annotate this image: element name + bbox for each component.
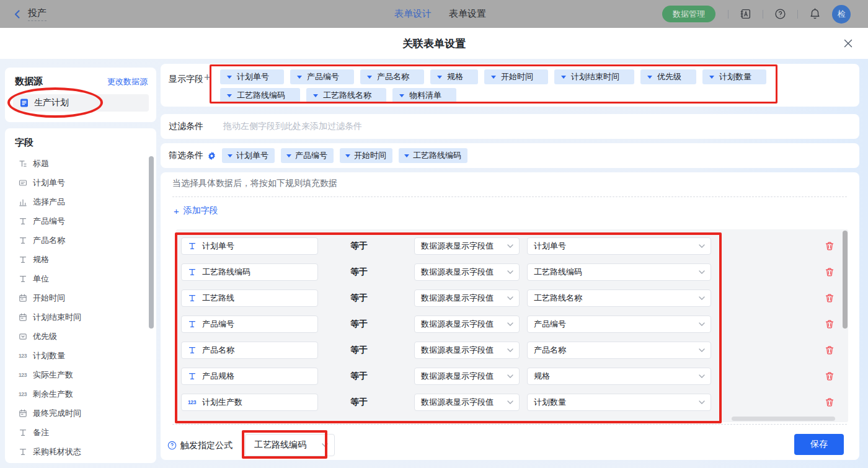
add-display-field-button[interactable]: + [204,71,211,84]
rule-value-select[interactable]: 产品编号 [527,316,711,333]
chevron-down-icon [313,94,318,100]
chevron-down-icon [507,296,513,300]
field-type-icon: 123 [19,409,27,418]
translate-icon[interactable] [740,8,751,20]
field-list-item[interactable]: 123 优先级 [5,327,156,346]
close-icon[interactable] [843,38,853,48]
field-list-item[interactable]: 123 计划数量 [5,346,156,365]
rule-value-select[interactable]: 工艺路线名称 [527,289,711,307]
tab-form-settings[interactable]: 表单设置 [449,8,486,20]
trash-icon[interactable] [825,267,835,277]
rule-operator: 等于 [350,263,368,281]
rule-field-name: 计划生产数 [202,397,242,408]
display-field-chip[interactable]: 工艺路线编码 [220,88,300,103]
field-list-item[interactable]: 123 单位 [5,269,156,288]
chevron-down-icon [491,76,496,81]
field-type-icon: 123 [188,268,197,276]
display-field-chip[interactable]: 计划数量 [702,69,766,84]
rule-source-select[interactable]: 数据源表显示字段值 [414,289,520,307]
field-list-item[interactable]: 123 最终完成时间 [5,404,156,423]
field-list-item[interactable]: 123 计划结束时间 [5,307,156,327]
rule-operator: 等于 [350,342,368,359]
rule-field-box[interactable]: 123 产品名称 [181,342,318,359]
display-fields-panel: 显示字段 + 计划单号产品编号产品名称规格开始时间计划结束时间优先级计划数量 工… [161,64,859,107]
rule-source-select[interactable]: 数据源表显示字段值 [414,394,520,411]
rule-source-select[interactable]: 数据源表显示字段值 [414,316,520,333]
data-manage-button[interactable]: 数据管理 [662,6,715,22]
field-list-item[interactable]: 123 选择产品 [5,192,156,211]
tab-form-design[interactable]: 表单设计 [394,8,432,20]
avatar[interactable]: 检 [832,5,851,24]
rule-value-select[interactable]: 规格 [527,368,711,385]
bell-icon[interactable] [809,8,821,20]
sift-field-chip[interactable]: 产品编号 [281,148,334,163]
change-datasource-link[interactable]: 更改数据源 [107,76,148,87]
rule-source-select[interactable]: 数据源表显示字段值 [414,237,520,255]
help-icon[interactable] [774,8,786,20]
display-field-chip[interactable]: 计划单号 [220,69,284,84]
rule-value-select[interactable]: 计划单号 [527,237,711,255]
rule-source-select[interactable]: 数据源表显示字段值 [414,342,520,359]
sift-field-chip[interactable]: 工艺路线编码 [399,148,467,163]
help-circle-icon[interactable] [167,441,177,450]
field-list-item[interactable]: 123 计划单号 [5,173,156,192]
app-title[interactable]: 投产 [28,7,46,21]
display-field-chip[interactable]: 物料清单 [392,88,456,103]
rule-value-select[interactable]: 工艺路线编码 [527,263,711,281]
trash-icon[interactable] [825,293,835,303]
rule-value-select[interactable]: 计划数量 [527,394,711,411]
chevron-down-icon [399,94,404,100]
display-field-chip[interactable]: 开始时间 [484,69,548,84]
rule-source-select[interactable]: 数据源表显示字段值 [414,263,520,281]
rules-horizontal-scrollbar[interactable] [732,417,835,421]
chevron-down-icon [507,400,513,404]
display-field-chip[interactable]: 规格 [430,69,478,84]
field-list-item[interactable]: 123 规格 [5,250,156,269]
field-list-item[interactable]: 123 备注 [5,423,156,442]
trash-icon[interactable] [825,241,835,251]
display-field-chip[interactable]: 产品名称 [360,69,424,84]
save-button[interactable]: 保存 [794,434,844,455]
field-list-item[interactable]: 123 开始时间 [5,288,156,307]
chevron-down-icon [699,400,705,404]
field-type-icon: 123 [19,179,27,187]
sift-field-chip[interactable]: 开始时间 [340,148,392,163]
chevron-down-icon [345,154,350,160]
field-list-item[interactable]: 123 采购耗材状态 [5,442,156,461]
trash-icon[interactable] [825,397,835,407]
add-field-button[interactable]: +添加字段 [174,205,218,216]
trash-icon[interactable] [825,319,835,329]
rule-field-box[interactable]: 123 产品编号 [181,316,318,333]
field-list-item[interactable]: 123 产品名称 [5,231,156,250]
rule-field-box[interactable]: 123 工艺路线 [181,289,318,307]
rule-value-select[interactable]: 产品名称 [527,342,711,359]
gear-icon[interactable] [207,151,216,161]
field-list-item[interactable]: 123 实际生产数 [5,365,156,384]
datasource-name: 生产计划 [34,97,69,108]
display-field-chip[interactable]: 产品编号 [290,69,354,84]
display-field-chip[interactable]: 工艺路线名称 [306,88,386,103]
field-list-item[interactable]: 123 剩余生产数 [5,384,156,404]
sidebar-scrollbar[interactable] [149,156,154,329]
rule-field-box[interactable]: 123 计划生产数 [181,394,318,411]
display-field-chip[interactable]: 优先级 [640,69,696,84]
trash-icon[interactable] [825,371,835,381]
rule-field-box[interactable]: 123 工艺路线编码 [181,263,318,281]
display-field-chip[interactable]: 计划结束时间 [554,69,634,84]
rule-field-box[interactable]: 123 产品规格 [181,368,318,385]
back-icon[interactable] [12,9,22,19]
rule-field-name: 工艺路线 [202,293,234,304]
chevron-down-icon [699,270,705,274]
trigger-formula-select[interactable]: 工艺路线编码 [245,434,335,456]
rules-vertical-scrollbar[interactable] [843,231,848,329]
field-list-item[interactable]: 123 产品编号 [5,211,156,231]
rule-field-box[interactable]: 123 计划单号 [181,237,318,255]
datasource-item[interactable]: 生产计划 [13,94,149,112]
rule-source-select[interactable]: 数据源表显示字段值 [414,368,520,385]
chevron-down-icon [297,76,302,81]
field-list-item[interactable]: 123 标题 [5,154,156,173]
field-label: 单位 [33,273,49,285]
trash-icon[interactable] [825,345,835,355]
field-type-icon: 123 [188,320,197,329]
sift-field-chip[interactable]: 计划单号 [222,148,275,163]
